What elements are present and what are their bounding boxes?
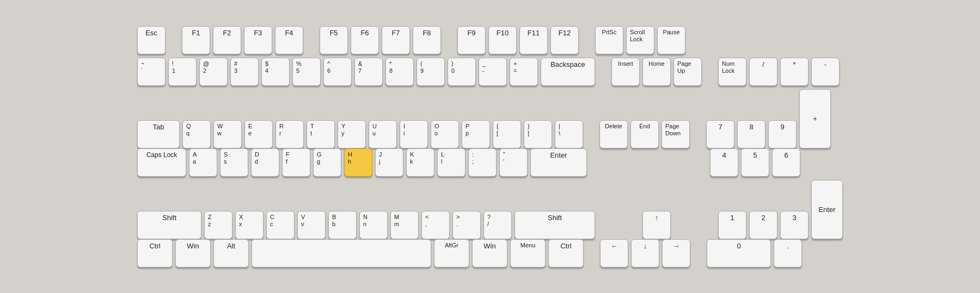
key-enter[interactable]: Enter: [530, 148, 587, 177]
key-5[interactable]: % 5: [292, 58, 321, 86]
key-quote[interactable]: "': [499, 148, 528, 177]
key-q[interactable]: Qq: [182, 120, 211, 148]
key-esc[interactable]: Esc: [137, 26, 166, 54]
key-period[interactable]: >.: [452, 211, 481, 239]
key-pause[interactable]: Pause: [657, 26, 685, 54]
key-v[interactable]: Vv: [297, 211, 326, 239]
key-f[interactable]: Ff: [282, 148, 310, 177]
key-w[interactable]: Ww: [213, 120, 242, 148]
key-f11[interactable]: F11: [519, 26, 548, 54]
key-g[interactable]: Gg: [313, 148, 341, 177]
key-a[interactable]: Aa: [189, 148, 217, 177]
key-f9[interactable]: F9: [457, 26, 486, 54]
key-pageup[interactable]: Page Up: [673, 58, 702, 86]
key-minus[interactable]: _ -: [479, 58, 507, 86]
key-home[interactable]: Home: [642, 58, 671, 86]
key-numminus[interactable]: -: [811, 58, 840, 86]
key-f7[interactable]: F7: [382, 26, 410, 54]
key-equals[interactable]: + =: [510, 58, 538, 86]
key-num4[interactable]: 4: [710, 148, 738, 177]
key-downarrow[interactable]: ↓: [631, 239, 659, 267]
key-f3[interactable]: F3: [244, 26, 272, 54]
key-f5[interactable]: F5: [320, 26, 348, 54]
key-numlock[interactable]: Num Lock: [718, 58, 746, 86]
key-num8[interactable]: 8: [737, 120, 765, 148]
key-f8[interactable]: F8: [413, 26, 441, 54]
key-4[interactable]: $ 4: [261, 58, 290, 86]
key-numslash[interactable]: /: [749, 58, 777, 86]
key-num5[interactable]: 5: [741, 148, 769, 177]
key-comma[interactable]: <,: [421, 211, 450, 239]
key-rbracket[interactable]: }]: [524, 120, 552, 148]
key-m[interactable]: Mm: [390, 211, 419, 239]
key-capslock[interactable]: Caps Lock: [137, 148, 186, 177]
key-o[interactable]: Oo: [431, 120, 459, 148]
key-lalt[interactable]: Alt: [213, 239, 249, 267]
key-f1[interactable]: F1: [182, 26, 210, 54]
key-menu[interactable]: Menu: [510, 239, 546, 267]
key-s[interactable]: Ss: [220, 148, 248, 177]
key-0[interactable]: ) 0: [448, 58, 476, 86]
key-d[interactable]: Dd: [251, 148, 279, 177]
key-prtsc[interactable]: PrtSc: [595, 26, 623, 54]
key-rctrl[interactable]: Ctrl: [548, 239, 584, 267]
key-y[interactable]: Yy: [338, 120, 366, 148]
key-pagedown[interactable]: Page Down: [661, 120, 690, 148]
key-f2[interactable]: F2: [213, 26, 241, 54]
key-altgr[interactable]: AltGr: [434, 239, 469, 267]
key-f6[interactable]: F6: [351, 26, 379, 54]
key-backspace[interactable]: Backspace: [541, 58, 595, 86]
key-t[interactable]: Tt: [307, 120, 335, 148]
key-rshift[interactable]: Shift: [514, 211, 595, 239]
key-rwin[interactable]: Win: [472, 239, 507, 267]
key-2[interactable]: @ 2: [199, 58, 228, 86]
key-f10[interactable]: F10: [488, 26, 517, 54]
key-rightarrow[interactable]: →: [662, 239, 690, 267]
key-b[interactable]: Bb: [328, 211, 357, 239]
key-l[interactable]: Ll: [437, 148, 465, 177]
key-7[interactable]: & 7: [354, 58, 383, 86]
key-e[interactable]: Ee: [244, 120, 273, 148]
key-lctrl[interactable]: Ctrl: [137, 239, 173, 267]
key-numdot[interactable]: .: [774, 239, 802, 267]
key-num0[interactable]: 0: [707, 239, 771, 267]
key-lbracket[interactable]: {[: [493, 120, 521, 148]
key-i[interactable]: Ii: [400, 120, 428, 148]
key-num9[interactable]: 9: [768, 120, 797, 148]
key-numplus[interactable]: +: [799, 89, 831, 148]
key-slash[interactable]: ?/: [483, 211, 512, 239]
key-9[interactable]: ( 9: [416, 58, 445, 86]
key-u[interactable]: Uu: [369, 120, 397, 148]
key-6[interactable]: ^ 6: [323, 58, 352, 86]
key-f4[interactable]: F4: [275, 26, 303, 54]
key-1[interactable]: ! 1: [168, 58, 197, 86]
key-num2[interactable]: 2: [749, 211, 777, 239]
key-8[interactable]: * 8: [385, 58, 414, 86]
key-p[interactable]: Pp: [462, 120, 490, 148]
key-tab[interactable]: Tab: [137, 120, 180, 148]
key-num6[interactable]: 6: [772, 148, 800, 177]
key-n[interactable]: Nn: [359, 211, 388, 239]
key-leftarrow[interactable]: ←: [600, 239, 628, 267]
key-backslash[interactable]: |\: [555, 120, 583, 148]
key-space[interactable]: [252, 239, 431, 267]
key-semicolon[interactable]: :;: [468, 148, 497, 177]
key-h[interactable]: Hh: [344, 148, 372, 177]
key-r[interactable]: Rr: [275, 120, 304, 148]
key-num7[interactable]: 7: [706, 120, 734, 148]
key-lshift[interactable]: Shift: [137, 211, 201, 239]
key-scrolllock[interactable]: Scroll Lock: [626, 26, 654, 54]
key-delete[interactable]: Delete: [599, 120, 628, 148]
key-backtick[interactable]: ~ `: [137, 58, 166, 86]
key-numenter[interactable]: Enter: [811, 180, 843, 239]
key-f12[interactable]: F12: [550, 26, 579, 54]
key-num3[interactable]: 3: [780, 211, 808, 239]
key-x[interactable]: Xx: [235, 211, 264, 239]
key-uparrow[interactable]: ↑: [642, 211, 671, 239]
key-3[interactable]: # 3: [230, 58, 259, 86]
key-insert[interactable]: Insert: [611, 58, 640, 86]
key-k[interactable]: Kk: [406, 148, 434, 177]
key-j[interactable]: Jj: [375, 148, 403, 177]
key-lwin[interactable]: Win: [175, 239, 211, 267]
key-num1[interactable]: 1: [718, 211, 746, 239]
